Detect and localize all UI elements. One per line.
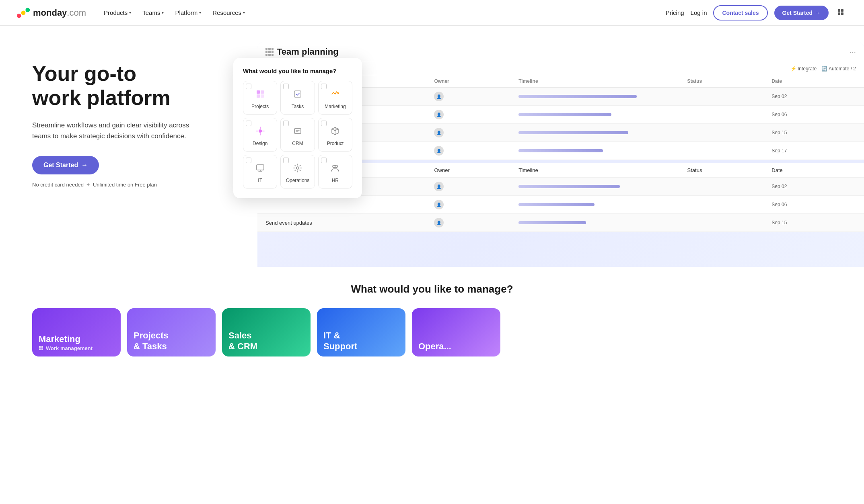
nav-get-started-button[interactable]: Get Started → <box>774 6 829 20</box>
products-chevron-icon: ▾ <box>129 10 131 15</box>
avatar: 👤 <box>434 218 444 227</box>
svg-rect-7 <box>257 90 260 94</box>
bottom-title: What would you like to manage? <box>32 283 832 295</box>
bottom-section: What would you like to manage? Marketing… <box>0 259 864 356</box>
logo-suffix: .com <box>67 8 86 18</box>
hero-section: Your go-to work platform Streamline work… <box>0 26 864 259</box>
hr-label: HR <box>332 178 339 183</box>
marketing-card-sub: Work management <box>39 345 93 352</box>
pricing-link[interactable]: Pricing <box>666 9 684 16</box>
operations-label: Operations <box>286 178 310 183</box>
marketing-icon <box>330 89 340 101</box>
manage-item-product[interactable]: Product <box>318 118 352 152</box>
avatar: 👤 <box>434 182 444 191</box>
svg-rect-9 <box>257 94 260 98</box>
manage-item-marketing[interactable]: Marketing <box>318 81 352 115</box>
timeline-bar <box>518 221 586 224</box>
dashboard-title: Team planning <box>277 47 846 57</box>
marketing-card-label: Marketing Work management <box>39 334 93 352</box>
hero-note: No credit card needed ✦ Unlimited time o… <box>32 182 225 188</box>
crm-label: CRM <box>292 141 303 146</box>
manage-item-tasks[interactable]: Tasks <box>280 81 315 115</box>
integrate-button[interactable]: ⚡ Integrate <box>790 66 817 72</box>
manage-card: What would you like to manage? Projects … <box>233 58 362 198</box>
nav-right: Pricing Log in Contact sales Get Started… <box>666 5 848 20</box>
logo[interactable]: monday.com <box>16 6 86 20</box>
svg-rect-5 <box>838 12 840 15</box>
it-label: IT <box>258 178 262 183</box>
manage-item-projects[interactable]: Projects <box>243 81 277 115</box>
checkbox-projects[interactable] <box>246 84 251 89</box>
nav-resources[interactable]: Resources ▾ <box>208 6 250 19</box>
svg-rect-3 <box>838 9 840 12</box>
manage-item-design[interactable]: Design <box>243 118 277 152</box>
avatar: 👤 <box>434 200 444 209</box>
svg-rect-15 <box>257 165 264 170</box>
it-support-card[interactable]: IT & Support <box>317 308 405 356</box>
manage-grid: Projects Tasks Marketing <box>243 81 352 188</box>
avatar: 👤 <box>434 92 444 101</box>
dashboard-more-button[interactable]: ··· <box>849 47 856 57</box>
svg-point-12 <box>337 92 339 94</box>
automate-button[interactable]: 🔄 Automate / 2 <box>821 66 856 72</box>
crm-icon <box>293 126 302 138</box>
manage-item-hr[interactable]: HR <box>318 155 352 188</box>
grid-icon <box>837 9 845 17</box>
platform-chevron-icon: ▾ <box>199 10 201 15</box>
table-row: Send event updates 👤 Sep 15 <box>257 214 864 232</box>
sales-card[interactable]: Sales & CRM <box>222 308 311 356</box>
teams-chevron-icon: ▾ <box>162 10 164 15</box>
login-link[interactable]: Log in <box>691 9 707 16</box>
design-icon <box>255 126 265 138</box>
timeline-bar <box>518 113 611 116</box>
checkbox-operations[interactable] <box>283 158 289 163</box>
projects-label: Projects <box>251 104 269 109</box>
svg-rect-10 <box>261 94 264 98</box>
svg-point-1 <box>21 10 26 15</box>
timeline-bar <box>518 185 620 188</box>
svg-point-2 <box>25 8 30 12</box>
timeline-bar <box>518 131 628 134</box>
checkbox-hr[interactable] <box>321 158 327 163</box>
svg-point-18 <box>335 165 337 168</box>
svg-point-0 <box>17 13 21 18</box>
nav-platform[interactable]: Platform ▾ <box>170 6 206 19</box>
table-row: 👤 Sep 06 <box>257 196 864 214</box>
nav-products[interactable]: Products ▾ <box>99 6 136 19</box>
contact-sales-button[interactable]: Contact sales <box>713 5 767 20</box>
checkbox-design[interactable] <box>246 121 251 126</box>
manage-item-it[interactable]: IT <box>243 155 277 188</box>
manage-item-crm[interactable]: CRM <box>280 118 315 152</box>
hero-get-started-button[interactable]: Get Started → <box>32 156 99 174</box>
hero-subtitle: Streamline workflows and gain clear visi… <box>32 120 209 141</box>
avatar: 👤 <box>434 146 444 156</box>
checkbox-tasks[interactable] <box>283 84 289 89</box>
hr-icon <box>330 163 340 175</box>
timeline-bar <box>518 149 603 152</box>
operations-card[interactable]: Opera... <box>412 308 500 356</box>
dashboard-grid-icon <box>265 48 274 56</box>
svg-point-13 <box>259 129 262 133</box>
checkbox-it[interactable] <box>246 158 251 163</box>
projects-card[interactable]: Projects & Tasks <box>127 308 216 356</box>
tasks-icon <box>293 89 302 101</box>
marketing-label: Marketing <box>325 104 346 109</box>
svg-point-17 <box>333 165 335 168</box>
checkbox-product[interactable] <box>321 121 327 126</box>
checkbox-crm[interactable] <box>283 121 289 126</box>
manage-item-operations[interactable]: Operations <box>280 155 315 188</box>
svg-rect-8 <box>261 90 264 94</box>
nav-teams[interactable]: Teams ▾ <box>138 6 169 19</box>
category-cards: Marketing Work management Projects & Tas… <box>32 308 832 356</box>
svg-rect-6 <box>841 12 843 15</box>
apps-grid-button[interactable] <box>835 6 848 19</box>
svg-rect-14 <box>294 129 301 133</box>
checkbox-marketing[interactable] <box>321 84 327 89</box>
svg-point-16 <box>296 167 299 169</box>
marketing-card[interactable]: Marketing Work management <box>32 308 121 356</box>
svg-rect-21 <box>39 348 41 350</box>
svg-rect-11 <box>294 91 301 97</box>
product-label: Product <box>327 141 344 146</box>
timeline-bar <box>518 95 637 98</box>
svg-rect-22 <box>41 348 43 350</box>
